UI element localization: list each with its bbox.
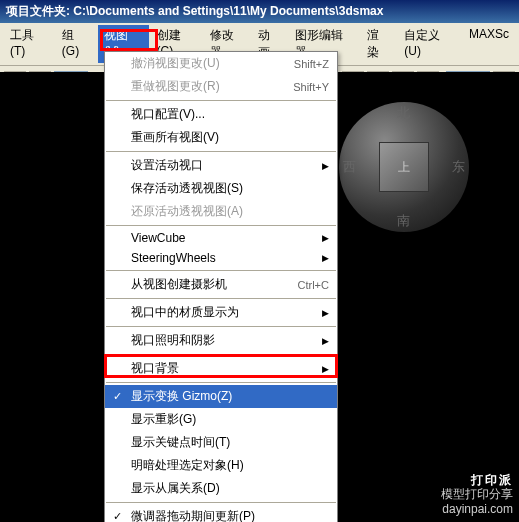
menu-item-24[interactable]: 明暗处理选定对象(H): [105, 454, 337, 477]
shortcut-label: Shift+Y: [293, 81, 329, 93]
menu-item-label: 微调器拖动期间更新(P): [131, 508, 255, 522]
menu-item-8: 还原活动透视视图(A): [105, 200, 337, 223]
menu-separator: [106, 502, 336, 503]
submenu-arrow-icon: ▶: [322, 308, 329, 318]
menu-separator: [106, 270, 336, 271]
menu-item-label: 重画所有视图(V): [131, 129, 219, 146]
submenu-arrow-icon: ▶: [322, 161, 329, 171]
menu-item-label: SteeringWheels: [131, 251, 216, 265]
menu-item-label: 撤消视图更改(U): [131, 55, 220, 72]
menu-item-label: 视口背景: [131, 360, 179, 377]
submenu-arrow-icon: ▶: [322, 336, 329, 346]
viewcube-west[interactable]: 西: [343, 158, 356, 176]
menu-item-label: 视口配置(V)...: [131, 106, 205, 123]
menu-item-label: 还原活动透视视图(A): [131, 203, 243, 220]
menu-item-13[interactable]: 从视图创建摄影机Ctrl+C: [105, 273, 337, 296]
title-text: 项目文件夹: C:\Documents and Settings\11\My D…: [6, 4, 383, 18]
shortcut-label: Shift+Z: [294, 58, 329, 70]
menu-item-17[interactable]: 视口照明和阴影▶: [105, 329, 337, 352]
menu-0[interactable]: 工具(T): [4, 25, 54, 63]
menu-item-19[interactable]: 视口背景▶: [105, 357, 337, 380]
menu-item-label: ViewCube: [131, 231, 185, 245]
menu-separator: [106, 100, 336, 101]
menu-item-27[interactable]: ✓微调器拖动期间更新(P): [105, 505, 337, 522]
submenu-arrow-icon: ▶: [322, 253, 329, 263]
check-icon: ✓: [113, 390, 122, 403]
view-menu-dropdown: 撤消视图更改(U)Shift+Z重做视图更改(R)Shift+Y视口配置(V).…: [104, 51, 338, 522]
menu-item-3[interactable]: 视口配置(V)...: [105, 103, 337, 126]
menu-item-label: 明暗处理选定对象(H): [131, 457, 244, 474]
menu-item-label: 重做视图更改(R): [131, 78, 220, 95]
menu-item-0: 撤消视图更改(U)Shift+Z: [105, 52, 337, 75]
menu-item-4[interactable]: 重画所有视图(V): [105, 126, 337, 149]
viewcube-east[interactable]: 东: [452, 158, 465, 176]
menu-item-7[interactable]: 保存活动透视视图(S): [105, 177, 337, 200]
menu-item-label: 显示重影(G): [131, 411, 196, 428]
menu-item-23[interactable]: 显示关键点时间(T): [105, 431, 337, 454]
menu-item-21[interactable]: ✓显示变换 Gizmo(Z): [105, 385, 337, 408]
watermark-main: 打印派: [441, 473, 513, 487]
menu-item-label: 显示从属关系(D): [131, 480, 220, 497]
menu-8[interactable]: 自定义(U): [398, 25, 461, 63]
menu-item-6[interactable]: 设置活动视口▶: [105, 154, 337, 177]
menu-item-label: 显示关键点时间(T): [131, 434, 230, 451]
title-bar: 项目文件夹: C:\Documents and Settings\11\My D…: [0, 0, 519, 23]
viewcube-face-top[interactable]: 上: [379, 142, 429, 192]
check-icon: ✓: [113, 510, 122, 522]
shortcut-label: Ctrl+C: [298, 279, 329, 291]
menu-item-22[interactable]: 显示重影(G): [105, 408, 337, 431]
menu-item-11[interactable]: SteeringWheels▶: [105, 248, 337, 268]
menu-item-label: 视口中的材质显示为: [131, 304, 239, 321]
menu-separator: [106, 354, 336, 355]
menu-separator: [106, 326, 336, 327]
viewcube-north[interactable]: 北: [397, 104, 410, 122]
menu-separator: [106, 382, 336, 383]
submenu-arrow-icon: ▶: [322, 233, 329, 243]
menu-item-1: 重做视图更改(R)Shift+Y: [105, 75, 337, 98]
viewcube-south[interactable]: 南: [397, 212, 410, 230]
menu-9[interactable]: MAXSc: [463, 25, 515, 63]
menu-separator: [106, 298, 336, 299]
menu-separator: [106, 225, 336, 226]
menu-1[interactable]: 组(G): [56, 25, 96, 63]
menu-item-label: 设置活动视口: [131, 157, 203, 174]
menu-item-label: 显示变换 Gizmo(Z): [131, 388, 232, 405]
viewcube[interactable]: 上 北 南 东 西: [339, 102, 469, 232]
menu-item-25[interactable]: 显示从属关系(D): [105, 477, 337, 500]
submenu-arrow-icon: ▶: [322, 364, 329, 374]
menu-item-15[interactable]: 视口中的材质显示为▶: [105, 301, 337, 324]
menu-item-label: 从视图创建摄影机: [131, 276, 227, 293]
menu-item-10[interactable]: ViewCube▶: [105, 228, 337, 248]
menu-item-label: 视口照明和阴影: [131, 332, 215, 349]
menu-item-label: 保存活动透视视图(S): [131, 180, 243, 197]
watermark: 打印派 模型打印分享dayinpai.com: [441, 473, 513, 516]
menu-7[interactable]: 渲染: [361, 25, 396, 63]
menu-separator: [106, 151, 336, 152]
